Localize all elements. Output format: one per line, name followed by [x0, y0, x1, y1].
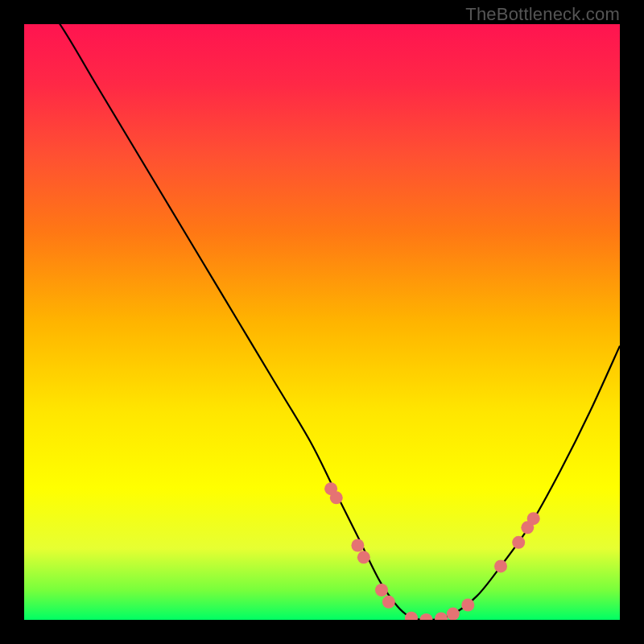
- data-marker: [435, 613, 448, 620]
- data-marker: [375, 584, 388, 597]
- attribution-text: TheBottleneck.com: [465, 4, 620, 25]
- data-marker: [330, 491, 343, 504]
- chart-svg: [24, 24, 620, 620]
- data-marker: [527, 512, 540, 525]
- data-marker: [447, 608, 460, 620]
- data-markers: [324, 482, 540, 620]
- data-marker: [382, 596, 395, 609]
- data-marker: [405, 612, 418, 620]
- data-marker: [351, 539, 364, 552]
- data-marker: [494, 559, 507, 572]
- data-marker: [461, 599, 474, 612]
- data-marker: [357, 551, 370, 564]
- data-marker: [512, 536, 525, 549]
- chart-area: [24, 24, 620, 620]
- data-marker: [420, 613, 433, 620]
